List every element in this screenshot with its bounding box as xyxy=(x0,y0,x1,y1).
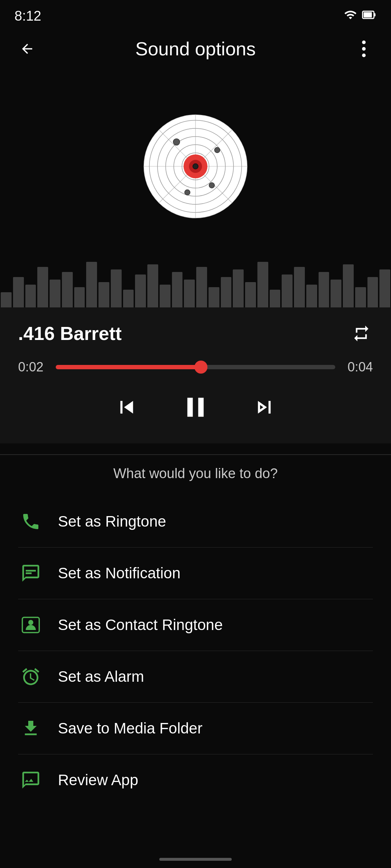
svg-point-18 xyxy=(185,190,190,195)
status-icons xyxy=(344,8,377,24)
waveform-bar xyxy=(184,280,195,307)
set-as-alarm-item[interactable]: Set as Alarm xyxy=(18,651,373,703)
divider xyxy=(0,454,391,455)
waveform-bar xyxy=(50,280,60,307)
waveform-bar xyxy=(257,262,268,307)
more-dot xyxy=(362,41,366,44)
waveform-bar xyxy=(25,285,36,307)
page-title: Sound options xyxy=(40,38,351,60)
svg-point-19 xyxy=(193,164,198,169)
waveform-bar xyxy=(319,272,329,307)
set-as-ringtone-item[interactable]: Set as Ringtone xyxy=(18,496,373,548)
set-as-contact-ringtone-item[interactable]: Set as Contact Ringtone xyxy=(18,599,373,651)
rewind-button[interactable] xyxy=(112,393,141,422)
review-app-item[interactable]: Review App xyxy=(18,754,373,806)
album-art xyxy=(141,112,250,221)
waveform-bar xyxy=(135,275,146,307)
svg-rect-2 xyxy=(363,12,372,17)
save-to-media-folder-item[interactable]: Save to Media Folder xyxy=(18,703,373,754)
waveform-bar xyxy=(294,267,305,307)
waveform-bar xyxy=(233,269,244,307)
track-title: .416 Barrett xyxy=(18,323,122,344)
repeat-button[interactable] xyxy=(350,322,373,345)
waveform-bar xyxy=(74,287,85,307)
waveform-bar xyxy=(306,285,317,307)
alarm-icon xyxy=(18,664,43,689)
set-as-notification-item[interactable]: Set as Notification xyxy=(18,548,373,599)
waveform-bar xyxy=(86,262,97,307)
svg-rect-1 xyxy=(374,13,375,16)
notification-icon xyxy=(18,561,43,586)
waveform-bar xyxy=(209,287,219,307)
waveform-bar xyxy=(13,277,24,307)
svg-rect-20 xyxy=(26,570,36,572)
waveform-bar xyxy=(355,287,366,307)
progress-track[interactable] xyxy=(56,365,335,369)
album-art-container xyxy=(0,69,391,250)
set-as-alarm-label: Set as Alarm xyxy=(58,668,144,685)
status-time: 8:12 xyxy=(14,8,41,24)
progress-fill xyxy=(56,365,201,369)
set-as-contact-ringtone-label: Set as Contact Ringtone xyxy=(58,616,223,634)
waveform-bar xyxy=(245,282,256,307)
waveform-bar xyxy=(160,285,171,307)
set-as-ringtone-label: Set as Ringtone xyxy=(58,513,166,530)
time-total: 0:04 xyxy=(344,359,373,375)
phone-icon xyxy=(18,509,43,534)
waveform-bar xyxy=(221,277,232,307)
waveform-bar xyxy=(270,290,281,307)
svg-point-16 xyxy=(215,148,220,153)
download-icon xyxy=(18,716,43,741)
progress-thumb xyxy=(194,361,207,374)
home-indicator xyxy=(159,858,232,861)
pause-button[interactable] xyxy=(177,389,214,425)
review-icon xyxy=(18,767,43,793)
waveform-bar xyxy=(367,277,378,307)
options-prompt: What would you like to do? xyxy=(18,466,373,481)
waveform-bar xyxy=(331,280,341,307)
svg-rect-21 xyxy=(26,573,31,574)
waveform xyxy=(0,250,391,307)
status-bar: 8:12 xyxy=(0,0,391,29)
save-to-media-folder-label: Save to Media Folder xyxy=(58,720,202,737)
more-dot xyxy=(362,54,366,57)
options-section: What would you like to do? Set as Ringto… xyxy=(0,466,391,806)
progress-row: 0:02 0:04 xyxy=(18,359,373,375)
waveform-bar xyxy=(62,272,73,307)
waveform-bar xyxy=(172,272,183,307)
waveform-bar xyxy=(111,269,122,307)
time-current: 0:02 xyxy=(18,359,47,375)
battery-icon xyxy=(362,8,377,24)
waveform-bar xyxy=(379,269,390,307)
waveform-bar xyxy=(123,290,134,307)
fast-forward-button[interactable] xyxy=(250,393,279,422)
controls-row xyxy=(18,389,373,425)
top-nav: Sound options xyxy=(0,29,391,69)
svg-point-23 xyxy=(28,620,33,625)
svg-point-17 xyxy=(209,183,215,188)
signal-icon xyxy=(344,8,357,24)
review-app-label: Review App xyxy=(58,771,138,789)
waveform-bar xyxy=(343,264,354,307)
more-options-button[interactable] xyxy=(351,36,377,61)
more-dot xyxy=(362,47,366,51)
contact-icon xyxy=(18,612,43,638)
waveform-bar xyxy=(37,267,48,307)
waveform-bar xyxy=(196,267,207,307)
player-section: .416 Barrett 0:02 0:04 xyxy=(0,307,391,443)
waveform-bar xyxy=(1,292,12,307)
set-as-notification-label: Set as Notification xyxy=(58,565,181,582)
waveform-bar xyxy=(282,275,293,307)
waveform-bar xyxy=(98,282,109,307)
waveform-bar xyxy=(147,264,158,307)
track-title-row: .416 Barrett xyxy=(18,322,373,345)
back-button[interactable] xyxy=(14,36,40,61)
svg-point-15 xyxy=(173,139,180,145)
